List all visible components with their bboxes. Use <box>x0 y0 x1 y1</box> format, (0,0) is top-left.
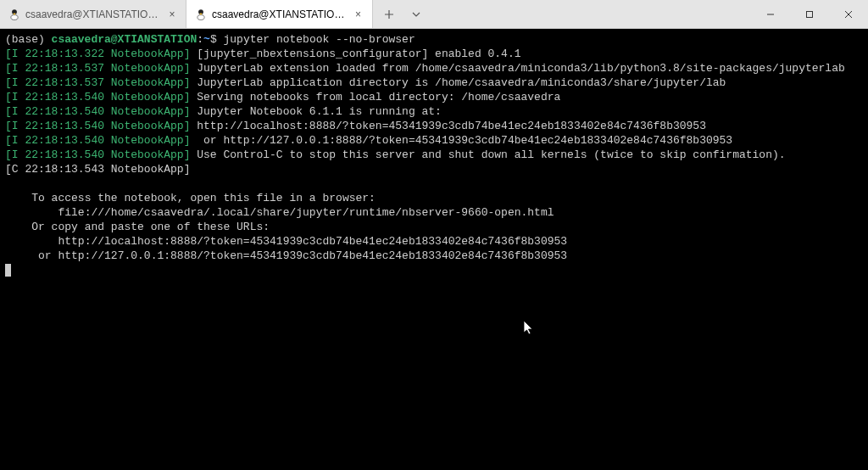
svg-point-4 <box>198 14 204 20</box>
log-msg: or http://127.0.0.1:8888/?token=45341939… <box>5 249 567 262</box>
terminal[interactable]: (base) csaavedra@XTIANSTATION:~$ jupyter… <box>0 29 868 470</box>
log-msg: http://localhost:8888/?token=45341939c3c… <box>190 120 706 132</box>
close-button[interactable] <box>829 0 868 28</box>
tab-2-close-icon[interactable]: × <box>351 7 365 22</box>
log-tag: [I 22:18:13.537 NotebookApp] <box>5 76 190 89</box>
log-msg: Jupyter Notebook 6.1.1 is running at: <box>190 105 441 118</box>
log-tag: [I 22:18:13.540 NotebookApp] <box>5 120 190 132</box>
prompt-sigil: $ <box>210 33 224 46</box>
log-msg: Use Control-C to stop this server and sh… <box>190 148 785 161</box>
tab-2[interactable]: csaavedra@XTIANSTATION: ~ × <box>186 0 373 28</box>
log-msg: To access the notebook, open this file i… <box>5 192 376 204</box>
log-msg: file:///home/csaavedra/.local/share/jupy… <box>5 206 554 219</box>
command-text: jupyter notebook --no-browser <box>223 33 415 46</box>
maximize-button[interactable] <box>790 0 829 28</box>
svg-rect-6 <box>807 11 813 17</box>
tux-icon <box>8 8 20 20</box>
minimize-button[interactable] <box>751 0 790 28</box>
log-msg: JupyterLab application directory is /hom… <box>190 76 726 89</box>
log-msg: http://localhost:8888/?token=45341939c3c… <box>5 235 567 248</box>
log-tag: [I 22:18:13.540 NotebookApp] <box>5 134 190 147</box>
svg-point-1 <box>11 14 18 20</box>
log-msg: or http://127.0.0.1:8888/?token=45341939… <box>190 134 732 147</box>
svg-point-2 <box>14 13 16 14</box>
tab-1-label: csaavedra@XTIANSTATION: /mr <box>25 8 160 20</box>
tab-2-label: csaavedra@XTIANSTATION: ~ <box>212 8 346 20</box>
log-msg: Serving notebooks from local directory: … <box>190 91 560 104</box>
titlebar-drag-region[interactable] <box>432 0 751 28</box>
log-tag: [I 22:18:13.540 NotebookApp] <box>5 105 190 118</box>
prompt-path: ~ <box>203 33 210 46</box>
log-tag: [I 22:18:13.537 NotebookApp] <box>5 62 190 75</box>
window-controls <box>751 0 868 28</box>
prompt-base: (base) <box>5 33 52 46</box>
log-tag: [C 22:18:13.543 NotebookApp] <box>5 163 190 176</box>
log-msg: JupyterLab extension loaded from /home/c… <box>190 62 844 75</box>
tab-controls <box>373 0 432 28</box>
tux-icon <box>195 8 207 20</box>
log-tag: [I 22:18:13.322 NotebookApp] <box>5 48 190 60</box>
log-msg: [jupyter_nbextensions_configurator] enab… <box>190 48 520 60</box>
log-tag: [I 22:18:13.540 NotebookApp] <box>5 148 190 161</box>
tabs: csaavedra@XTIANSTATION: /mr × csaavedra@… <box>0 0 373 28</box>
svg-point-5 <box>200 13 203 14</box>
tab-dropdown-button[interactable] <box>405 3 427 25</box>
title-bar: csaavedra@XTIANSTATION: /mr × csaavedra@… <box>0 0 868 29</box>
tab-1-close-icon[interactable]: × <box>165 7 179 22</box>
terminal-cursor <box>5 264 11 277</box>
mouse-pointer-icon <box>497 305 535 355</box>
prompt-sep: : <box>197 33 203 46</box>
log-tag: [I 22:18:13.540 NotebookApp] <box>5 91 190 104</box>
prompt-user-host: csaavedra@XTIANSTATION <box>52 33 198 46</box>
tab-1[interactable]: csaavedra@XTIANSTATION: /mr × <box>0 0 186 28</box>
log-msg: Or copy and paste one of these URLs: <box>5 221 270 233</box>
new-tab-button[interactable] <box>378 3 400 25</box>
